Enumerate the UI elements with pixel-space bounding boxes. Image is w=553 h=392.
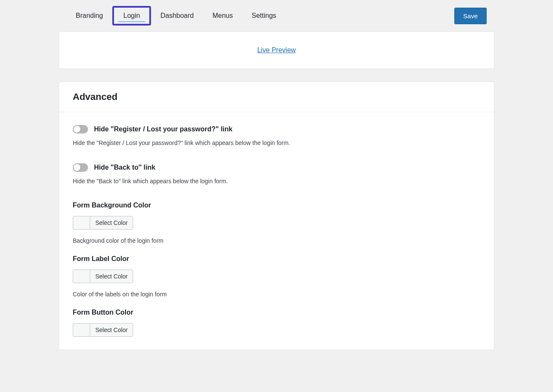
top-bar: Branding Login Dashboard Menus Settings … [59, 0, 494, 31]
form-button-label: Form Button Color [73, 309, 480, 316]
tab-branding[interactable]: Branding [66, 6, 112, 26]
hide-register-label: Hide "Register / Lost your password?" li… [94, 125, 232, 133]
form-button-select-button[interactable]: Select Color [90, 324, 133, 336]
form-bg-picker[interactable]: Select Color [73, 216, 133, 230]
form-label-select-button[interactable]: Select Color [90, 270, 133, 283]
live-preview-link[interactable]: Live Preview [257, 46, 296, 54]
advanced-body: Hide "Register / Lost your password?" li… [59, 112, 494, 338]
form-bg-swatch [73, 216, 90, 229]
form-label-group: Form Label Color Select Color Color of t… [73, 255, 480, 298]
tab-login[interactable]: Login [112, 6, 151, 26]
preview-panel: Live Preview [59, 31, 494, 69]
hide-register-row: Hide "Register / Lost your password?" li… [73, 125, 480, 134]
tab-menus[interactable]: Menus [203, 6, 242, 26]
hide-register-help: Hide the "Register / Lost your password?… [73, 139, 480, 146]
tabs: Branding Login Dashboard Menus Settings [66, 6, 285, 26]
form-button-picker[interactable]: Select Color [73, 323, 133, 337]
form-label-swatch [73, 270, 90, 283]
hide-register-toggle[interactable] [73, 125, 88, 134]
advanced-panel: Advanced Hide "Register / Lost your pass… [59, 82, 494, 350]
form-button-group: Form Button Color Select Color [73, 309, 480, 338]
advanced-title: Advanced [59, 82, 494, 112]
tab-settings[interactable]: Settings [242, 6, 286, 26]
form-label-picker[interactable]: Select Color [73, 270, 133, 283]
form-bg-help: Background color of the login form [73, 237, 480, 244]
form-label-help: Color of the labels on the login form [73, 291, 480, 298]
form-label-label: Form Label Color [73, 255, 480, 263]
hide-back-to-help: Hide the "Back to" link which appears be… [73, 178, 480, 185]
tab-dashboard[interactable]: Dashboard [151, 6, 203, 26]
form-bg-label: Form Background Color [73, 202, 480, 209]
hide-back-to-toggle[interactable] [73, 163, 88, 172]
hide-back-to-label: Hide "Back to" link [94, 164, 155, 171]
save-button[interactable]: Save [454, 8, 487, 24]
form-bg-select-button[interactable]: Select Color [90, 216, 133, 229]
hide-back-to-row: Hide "Back to" link [73, 163, 480, 172]
form-bg-group: Form Background Color Select Color Backg… [73, 202, 480, 244]
form-button-swatch [73, 324, 90, 336]
